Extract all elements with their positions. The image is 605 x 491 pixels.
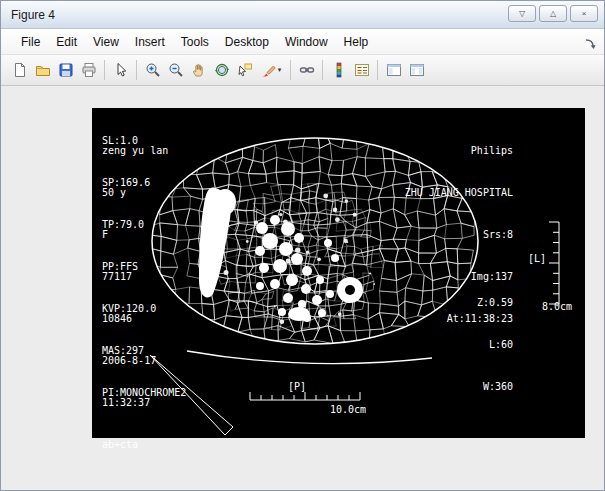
orientation-marker-left: [L]	[528, 252, 546, 266]
dock-arrow-icon[interactable]	[584, 36, 596, 54]
zoom-in-button[interactable]	[141, 58, 164, 82]
open-file-button[interactable]	[31, 58, 54, 82]
zoom-in-icon	[145, 62, 161, 78]
menu-view[interactable]: View	[85, 31, 127, 53]
toolbar-separator	[377, 60, 378, 80]
insert-legend-icon	[354, 62, 370, 78]
overlay-line: ZHU JIANG HOSPITAL	[405, 186, 513, 200]
overlay-line: Philips	[405, 144, 513, 158]
overlay-line: ab+cta	[102, 438, 168, 452]
menu-insert[interactable]: Insert	[127, 31, 173, 53]
overlay-line: PP:FFS	[102, 260, 186, 274]
insert-colorbar-button[interactable]	[327, 58, 350, 82]
overlay-line: Z:0.59	[465, 296, 513, 310]
print-figure-button[interactable]	[77, 58, 100, 82]
close-icon: ×	[582, 9, 587, 18]
brush-data-icon	[261, 62, 277, 78]
pan-button[interactable]	[187, 58, 210, 82]
toolbar-separator	[104, 60, 105, 80]
zoom-out-icon	[168, 62, 184, 78]
figure-toolbar: ▾	[1, 55, 604, 86]
menu-tools[interactable]: Tools	[173, 31, 217, 53]
menu-window[interactable]: Window	[277, 31, 336, 53]
show-plot-tools-dock-button[interactable]	[405, 58, 428, 82]
ct-image[interactable]: zeng yu lan 50 y F 77117 10846 2006-8-17…	[92, 108, 585, 438]
edit-plot-button[interactable]	[109, 58, 132, 82]
right-scale-label: 8.0cm	[542, 300, 572, 314]
insert-legend-button[interactable]	[350, 58, 373, 82]
menu-file[interactable]: File	[13, 31, 48, 53]
rotate-3d-button[interactable]	[210, 58, 233, 82]
data-cursor-button[interactable]	[233, 58, 256, 82]
toolbar-separator	[136, 60, 137, 80]
overlay-line: SP:169.6	[102, 176, 186, 190]
overlay-line: W:360	[465, 380, 513, 394]
save-figure-button[interactable]	[54, 58, 77, 82]
overlay-line: KVP:120.0	[102, 302, 186, 316]
menu-bar: File Edit View Insert Tools Desktop Wind…	[1, 29, 604, 55]
save-figure-icon	[58, 62, 74, 78]
show-plot-tools-dock-icon	[409, 62, 425, 78]
zoom-out-button[interactable]	[164, 58, 187, 82]
minimize-button[interactable]: ▽	[508, 5, 536, 22]
close-button[interactable]: ×	[570, 5, 598, 22]
menu-help[interactable]: Help	[336, 31, 377, 53]
overlay-line: TP:79.0	[102, 218, 186, 232]
link-plot-icon	[299, 62, 315, 78]
hide-plot-tools-button[interactable]	[382, 58, 405, 82]
orientation-marker-posterior: [P]	[288, 380, 306, 394]
minimize-icon: ▽	[519, 9, 525, 18]
new-figure-icon	[12, 62, 28, 78]
window-title: Figure 4	[11, 8, 55, 22]
brush-dropdown-icon: ▾	[278, 66, 282, 74]
overlay-line: SL:1.0	[102, 134, 186, 148]
ct-table-arc	[187, 351, 432, 364]
link-plot-button[interactable]	[295, 58, 318, 82]
hide-plot-tools-icon	[386, 62, 402, 78]
overlay-line: L:60	[465, 338, 513, 352]
title-bar[interactable]: Figure 4 ▽ △ ×	[1, 1, 604, 29]
print-figure-icon	[81, 62, 97, 78]
caption-buttons: ▽ △ ×	[508, 5, 598, 22]
open-file-icon	[35, 62, 51, 78]
toolbar-separator	[290, 60, 291, 80]
pan-icon	[191, 62, 207, 78]
bottom-scale-label: 10.0cm	[330, 403, 366, 417]
overlay-scan-params: SL:1.0 SP:169.6 TP:79.0 PP:FFS KVP:120.0…	[102, 106, 186, 428]
toolbar-separator	[322, 60, 323, 80]
brush-data-button[interactable]: ▾	[256, 58, 286, 82]
right-scale-ruler	[549, 222, 559, 304]
edit-plot-icon	[113, 62, 129, 78]
overlay-line: PI:MONOCHROME2	[102, 386, 186, 400]
figure-canvas[interactable]: zeng yu lan 50 y F 77117 10846 2006-8-17…	[1, 86, 604, 490]
overlay-line: Srs:8	[405, 228, 513, 242]
overlay-window-level: Z:0.59 L:60 W:360	[465, 268, 513, 422]
data-cursor-icon	[237, 62, 253, 78]
menu-desktop[interactable]: Desktop	[217, 31, 277, 53]
new-figure-button[interactable]	[8, 58, 31, 82]
maximize-icon: △	[550, 9, 556, 18]
figure-window: Figure 4 ▽ △ × File Edit View Insert Too…	[0, 0, 605, 491]
insert-colorbar-icon	[331, 62, 347, 78]
rotate-3d-icon	[214, 62, 230, 78]
overlay-line: MAS:297	[102, 344, 186, 358]
menu-edit[interactable]: Edit	[48, 31, 85, 53]
maximize-button[interactable]: △	[539, 5, 567, 22]
